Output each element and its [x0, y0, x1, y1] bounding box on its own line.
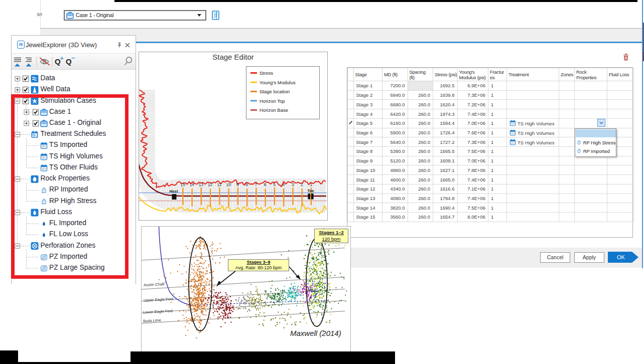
- svg-text:Toe: Toe: [307, 189, 314, 193]
- svg-text:11: 11: [217, 181, 222, 187]
- svg-text:14: 14: [189, 181, 195, 187]
- svg-text:Stress: Stress: [260, 70, 273, 76]
- svg-text:12: 12: [207, 181, 213, 187]
- svg-text:10: 10: [226, 181, 231, 187]
- svg-text:15: 15: [180, 181, 185, 187]
- svg-text:Heel: Heel: [170, 189, 178, 194]
- svg-text:Stage location: Stage location: [260, 89, 290, 94]
- svg-text:Young's Modulus: Young's Modulus: [260, 80, 296, 85]
- svg-text:Horizon Base: Horizon Base: [260, 107, 288, 113]
- svg-text:13: 13: [198, 181, 204, 187]
- svg-text:Horizon Top: Horizon Top: [260, 98, 285, 104]
- svg-text:OK: OK: [617, 254, 625, 260]
